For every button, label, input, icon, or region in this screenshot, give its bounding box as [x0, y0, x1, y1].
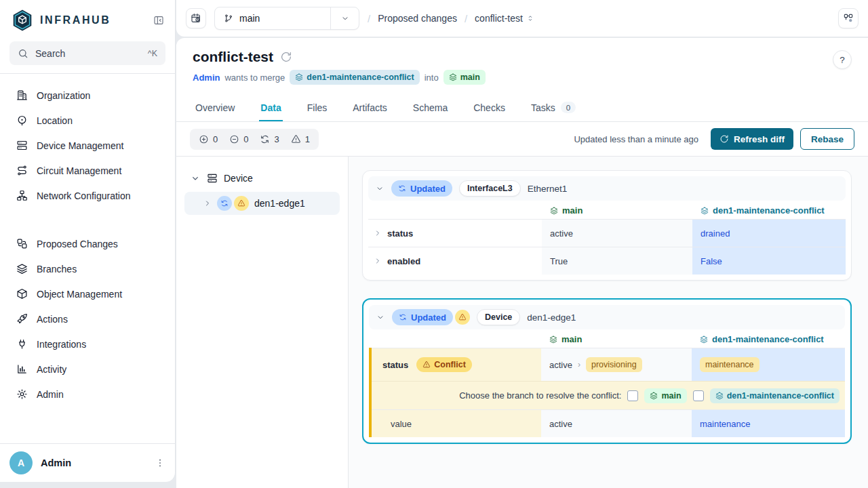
sidebar-item-label: Proposed Changes — [37, 239, 118, 249]
rebase-button[interactable]: Rebase — [800, 128, 854, 150]
resolve-branch-checkbox[interactable] — [693, 390, 704, 401]
sidebar-item-label: Device Management — [37, 140, 123, 151]
sidebar-item-label: Actions — [37, 314, 68, 325]
tab-schema[interactable]: Schema — [412, 94, 449, 121]
diff-row-label: value — [372, 410, 541, 437]
resolve-branch-badge[interactable]: den1-maintenance-conflict — [710, 388, 840, 403]
diff-main-value: True — [542, 247, 692, 274]
sidebar-item-organization[interactable]: Organization — [7, 83, 168, 108]
tab-tasks[interactable]: Tasks 0 — [530, 94, 577, 121]
tab-overview[interactable]: Overview — [194, 94, 236, 121]
source-branch-badge[interactable]: den1-maintenance-conflict — [290, 70, 419, 85]
new-value-pill: provisioning — [586, 357, 642, 372]
avatar: A — [9, 451, 33, 474]
sidebar-nav: Organization Location Device Management … — [0, 74, 175, 407]
user-menu[interactable]: A Admin — [0, 443, 175, 482]
sidebar-item-device-management[interactable]: Device Management — [7, 133, 168, 158]
sidebar-header: INFRAHUB — [0, 0, 175, 39]
network-icon — [16, 190, 28, 201]
chevron-down-icon — [340, 14, 350, 23]
sidebar-item-location[interactable]: Location — [7, 108, 168, 133]
branch-name: main — [239, 13, 260, 24]
workflow-status-button[interactable] — [838, 8, 859, 28]
reload-icon[interactable] — [280, 51, 292, 63]
layers-icon — [295, 73, 303, 81]
diff-stats: 0 0 3 1 — [190, 129, 319, 150]
sidebar-collapse-button[interactable] — [153, 15, 164, 26]
gear-icon — [16, 388, 28, 400]
plug-icon — [16, 338, 28, 350]
layers-icon — [700, 336, 708, 344]
merge-text: wants to merge — [224, 73, 285, 83]
help-button[interactable]: ? — [833, 50, 852, 69]
brand-logo: INFRAHUB — [11, 9, 111, 32]
user-menu-button[interactable] — [155, 458, 165, 468]
branch-selector-caret[interactable] — [330, 7, 359, 29]
stat-value: 0 — [213, 134, 218, 144]
diff-row-status-conflict: status Conflict active › provisioning — [372, 348, 845, 381]
sidebar-item-network-configuration[interactable]: Network Configuration — [7, 183, 168, 208]
stat-value: 3 — [274, 134, 279, 144]
resolve-main-checkbox[interactable] — [627, 390, 638, 401]
sidebar-item-admin[interactable]: Admin — [7, 382, 168, 407]
search-input[interactable]: Search ^K — [9, 41, 165, 65]
tab-data[interactable]: Data — [259, 94, 282, 121]
warning-icon — [291, 134, 301, 144]
breadcrumb: / Proposed changes / conflict-test — [368, 13, 535, 24]
branch-selector[interactable]: main — [214, 7, 359, 30]
main-area: main / Proposed changes / conflict-test — [176, 0, 868, 488]
diff-toolbar: 0 0 3 1 Updated less than a minute ago — [176, 122, 868, 157]
sidebar-item-proposed-changes[interactable]: Proposed Changes — [7, 231, 168, 256]
page-title: conflict-test — [193, 49, 273, 65]
sync-icon — [220, 199, 229, 207]
tasks-count-badge: 0 — [561, 102, 576, 113]
diff-card-header[interactable]: Updated InterfaceL3 Ethernet1 — [368, 176, 846, 201]
conflict-block: status Conflict active › provisioning — [369, 348, 845, 437]
resolve-main-badge[interactable]: main — [644, 388, 686, 403]
diff-split-view: Device den1-edge1 — [176, 157, 868, 488]
sidebar-item-branches[interactable]: Branches — [7, 256, 168, 281]
sidebar-item-label: Branches — [37, 264, 77, 274]
object-name: Ethernet1 — [528, 184, 568, 194]
time-travel-button[interactable] — [186, 8, 206, 28]
tab-artifacts[interactable]: Artifacts — [351, 94, 389, 121]
breadcrumb-page-selector[interactable]: conflict-test — [475, 13, 535, 24]
sidebar-item-circuit-management[interactable]: Circuit Management — [7, 158, 168, 183]
diff-card-header[interactable]: Updated Device den1-edge1 — [369, 305, 845, 329]
diff-branch-value: maintenance — [692, 410, 845, 437]
sidebar-item-actions[interactable]: Actions — [7, 306, 168, 331]
tree-node-device[interactable]: Device — [184, 170, 340, 186]
column-header-main: main — [541, 334, 692, 344]
layers-icon — [449, 73, 457, 81]
sidebar-item-label: Object Management — [37, 289, 122, 300]
diff-row-label[interactable]: enabled — [368, 247, 542, 274]
calendar-clock-icon — [191, 13, 201, 24]
tab-checks[interactable]: Checks — [472, 94, 507, 121]
tree-node-den1-edge1[interactable]: den1-edge1 — [184, 192, 340, 215]
sidebar-item-label: Organization — [37, 90, 90, 101]
infrahub-logo-icon — [11, 9, 34, 32]
layers-icon — [650, 392, 658, 400]
stat-updated: 3 — [260, 134, 279, 144]
layers-icon — [549, 336, 557, 344]
sidebar-item-object-management[interactable]: Object Management — [7, 281, 168, 306]
sidebar-item-integrations[interactable]: Integrations — [7, 331, 168, 357]
change-arrow: › — [578, 360, 580, 369]
diff-row-label[interactable]: status — [368, 220, 542, 247]
refresh-diff-button[interactable]: Refresh diff — [711, 128, 793, 150]
conflict-badge-icon — [234, 196, 249, 211]
sidebar-item-activity[interactable]: Activity — [7, 357, 168, 382]
diff-row-label: status Conflict — [372, 348, 541, 381]
updated-badge-icon — [217, 196, 232, 211]
warning-icon — [458, 313, 467, 321]
user-name: Admin — [41, 458, 146, 468]
page-content: conflict-test Admin wants to merge den1-… — [176, 38, 868, 488]
search-placeholder: Search — [35, 48, 141, 59]
diff-icon — [16, 238, 28, 249]
target-branch-name: main — [460, 73, 480, 82]
breadcrumb-section[interactable]: Proposed changes — [378, 13, 457, 24]
tab-files[interactable]: Files — [306, 94, 329, 121]
target-branch-badge[interactable]: main — [443, 70, 486, 85]
author-link[interactable]: Admin — [193, 73, 220, 83]
conflict-badge: Conflict — [416, 357, 472, 372]
